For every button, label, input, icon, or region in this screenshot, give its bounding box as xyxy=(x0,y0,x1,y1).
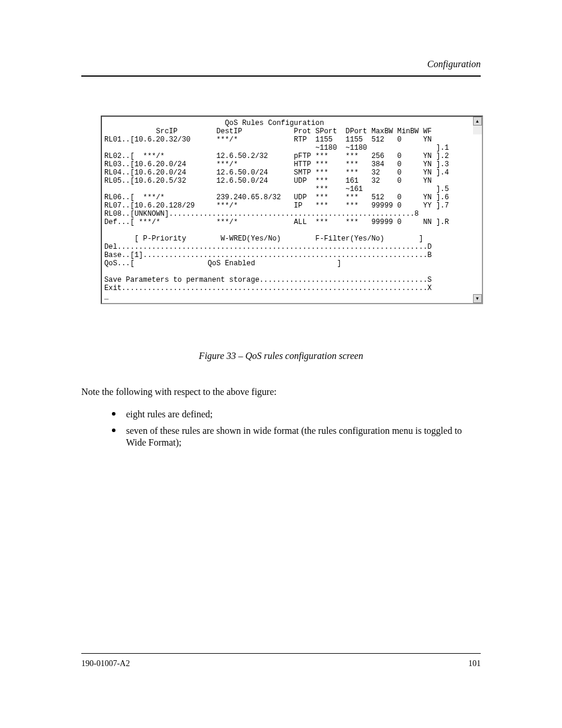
terminal-content: QoS Rules Configuration SrcIP DestIP Pro… xyxy=(102,117,482,303)
footer-right: 101 xyxy=(468,659,481,668)
page-header-right: Configuration xyxy=(427,59,481,70)
list-item: eight rules are defined; xyxy=(112,409,481,420)
bullet-icon xyxy=(112,429,115,432)
scroll-track[interactable] xyxy=(473,126,482,134)
footer-left: 190-01007-A2 xyxy=(81,659,130,668)
list-item: seven of these rules are shown in wide f… xyxy=(112,425,481,449)
bullet-icon xyxy=(112,412,115,416)
scroll-down-button[interactable]: ▾ xyxy=(473,294,482,303)
header-rule xyxy=(81,75,481,77)
body-paragraph: Note the following with respect to the a… xyxy=(81,386,481,398)
terminal-frame: QoS Rules Configuration SrcIP DestIP Pro… xyxy=(101,116,483,304)
list-item-text: seven of these rules are shown in wide f… xyxy=(126,425,481,449)
scroll-up-button[interactable]: ▴ xyxy=(473,117,482,126)
figure-caption: Figure 33 – QoS rules configuration scre… xyxy=(0,351,562,361)
footer-rule xyxy=(81,653,481,654)
scrollbar[interactable]: ▴ ▾ xyxy=(472,117,482,303)
list-item-text: eight rules are defined; xyxy=(126,409,481,420)
